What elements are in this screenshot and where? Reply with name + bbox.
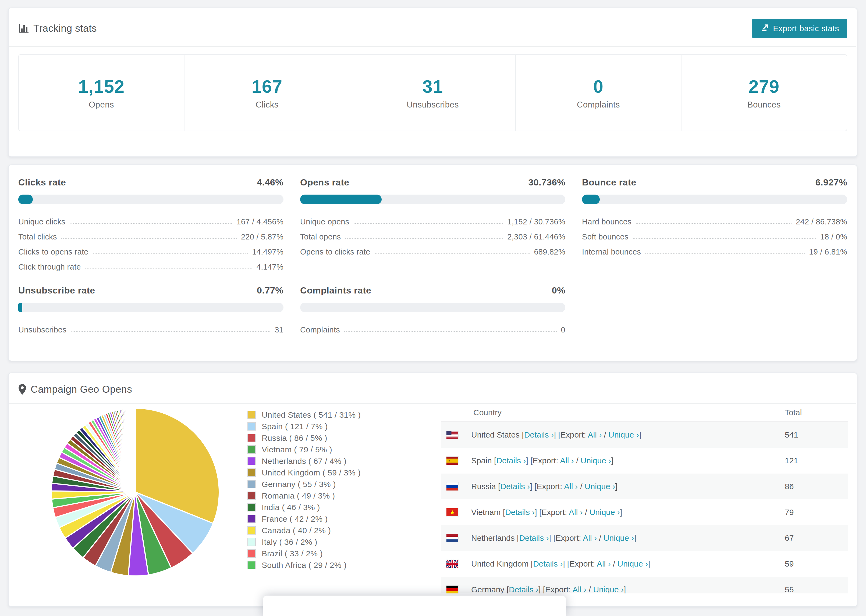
pie-slice-61[interactable] [135, 408, 135, 492]
pie-legend: United States ( 541 / 31% )Spain ( 121 /… [247, 409, 361, 571]
details-link[interactable]: Details › [524, 430, 554, 439]
legend-swatch [247, 561, 256, 569]
table-row-united-states: United States [Details ›] [Export: All ›… [441, 422, 848, 448]
export-unique-link[interactable]: Unique › [581, 456, 611, 465]
rate-head: Clicks rate4.46% [18, 177, 283, 188]
summary-label: Clicks [255, 100, 279, 110]
export-all-link[interactable]: All › [569, 508, 583, 517]
legend-swatch [247, 445, 256, 454]
rate-progress-fill [582, 195, 600, 204]
legend-item-netherlands[interactable]: Netherlands ( 67 / 4% ) [247, 455, 361, 467]
legend-item-brazil[interactable]: Brazil ( 33 / 2% ) [247, 548, 361, 559]
export-unique-link[interactable]: Unique › [608, 430, 639, 439]
geo-body: United States ( 541 / 31% )Spain ( 121 /… [9, 404, 857, 593]
geo-pie-chart[interactable] [49, 406, 222, 578]
country-text: Spain [Details ›] [Export: All › / Uniqu… [471, 456, 614, 465]
rates-card: Clicks rate4.46%Unique clicks167 / 4.456… [8, 165, 857, 361]
export-unique-link[interactable]: Unique › [593, 585, 624, 593]
dotted-leader [354, 223, 503, 224]
bracket-text: / [578, 482, 585, 491]
legend-item-united-states[interactable]: United States ( 541 / 31% ) [247, 409, 361, 421]
bracket-text: [ [496, 482, 501, 491]
legend-item-france[interactable]: France ( 42 / 2% ) [247, 513, 361, 525]
country-name: Vietnam [471, 508, 501, 517]
rates-grid: Clicks rate4.46%Unique clicks167 / 4.456… [9, 165, 857, 348]
export-all-link[interactable]: All › [564, 482, 578, 491]
export-all-link[interactable]: All › [573, 585, 587, 593]
export-all-link[interactable]: All › [560, 456, 574, 465]
rate-progress-fill [300, 195, 382, 204]
legend-item-spain[interactable]: Spain ( 121 / 7% ) [247, 421, 361, 432]
stat-line-label: Unique clicks [18, 217, 65, 228]
country-cell: Germany [Details ›] [Export: All › / Uni… [446, 585, 785, 593]
legend-swatch [247, 503, 256, 511]
bracket-text: ] [648, 559, 650, 568]
table-row-united-kingdom: United Kingdom [Details ›] [Export: All … [441, 551, 848, 577]
column-header-total: Total [785, 408, 848, 417]
legend-item-russia[interactable]: Russia ( 86 / 5% ) [247, 432, 361, 444]
stat-line-clicks-to-opens-rate: Clicks to opens rate14.497% [18, 243, 283, 258]
stat-line-label: Hard bounces [582, 217, 631, 228]
export-unique-link[interactable]: Unique › [589, 508, 620, 517]
rate-progress-bar [18, 303, 283, 312]
summary-cell-opens: 1,152Opens [19, 55, 184, 130]
legend-label: France ( 42 / 2% ) [262, 514, 328, 523]
stat-line-label: Unique opens [300, 217, 350, 228]
details-link[interactable]: Details › [500, 482, 530, 491]
details-link[interactable]: Details › [509, 585, 538, 593]
legend-item-south-africa[interactable]: South Africa ( 29 / 2% ) [247, 559, 361, 571]
bracket-text: ] [611, 456, 613, 465]
rate-value: 0% [552, 285, 565, 295]
export-unique-link[interactable]: Unique › [585, 482, 615, 491]
legend-item-vietnam[interactable]: Vietnam ( 79 / 5% ) [247, 444, 361, 455]
legend-item-canada[interactable]: Canada ( 40 / 2% ) [247, 525, 361, 536]
rate-lines: Unsubscribes31 [18, 321, 283, 336]
details-link[interactable]: Details › [533, 559, 563, 568]
legend-item-germany[interactable]: Germany ( 55 / 3% ) [247, 478, 361, 490]
details-link[interactable]: Details › [505, 508, 535, 517]
stat-line-label: Soft bounces [582, 233, 628, 243]
legend-item-italy[interactable]: Italy ( 36 / 2% ) [247, 536, 361, 548]
stat-line-value: 242 / 86.738% [796, 217, 847, 228]
legend-label: Netherlands ( 67 / 4% ) [262, 457, 346, 466]
legend-item-india[interactable]: India ( 46 / 3% ) [247, 501, 361, 513]
export-all-link[interactable]: All › [588, 430, 602, 439]
legend-item-romania[interactable]: Romania ( 49 / 3% ) [247, 490, 361, 501]
export-all-link[interactable]: All › [597, 559, 611, 568]
bracket-text: [ [515, 533, 519, 542]
summary-value: 167 [252, 76, 283, 97]
rate-block-opens-rate: Opens rate30.736%Unique opens1,152 / 30.… [300, 177, 565, 273]
rate-block-clicks-rate: Clicks rate4.46%Unique clicks167 / 4.456… [18, 177, 283, 273]
export-unique-link[interactable]: Unique › [617, 559, 648, 568]
legend-label: Russia ( 86 / 5% ) [262, 434, 327, 443]
details-link[interactable]: Details › [496, 456, 526, 465]
export-all-link[interactable]: All › [583, 533, 597, 542]
dotted-leader [375, 253, 530, 254]
legend-swatch [247, 457, 256, 465]
page: Tracking stats Export basic stats 1,152O… [0, 0, 866, 616]
flag-icon-ru [446, 482, 458, 490]
table-row-netherlands: Netherlands [Details ›] [Export: All › /… [441, 525, 848, 551]
stat-line-value: 689.82% [534, 248, 565, 258]
rate-progress-bar [18, 195, 283, 204]
bracket-text: ] [Export: [538, 585, 573, 593]
total-value: 79 [785, 508, 848, 517]
dotted-leader [633, 238, 816, 239]
stat-line-label: Total clicks [18, 233, 57, 243]
country-name: United States [471, 430, 520, 439]
export-icon [760, 23, 769, 34]
legend-label: South Africa ( 29 / 2% ) [262, 561, 347, 570]
stat-line-value: 31 [275, 325, 283, 336]
export-unique-link[interactable]: Unique › [603, 533, 634, 542]
bracket-text: ] [Export: [549, 533, 583, 542]
stat-line-total-clicks: Total clicks220 / 5.87% [18, 228, 283, 243]
export-basic-stats-button[interactable]: Export basic stats [752, 19, 847, 38]
bracket-text: [ [529, 559, 533, 568]
stat-line-value: 0 [561, 325, 565, 336]
details-link[interactable]: Details › [519, 533, 549, 542]
country-name: Germany [471, 585, 504, 593]
legend-item-united-kingdom[interactable]: United Kingdom ( 59 / 3% ) [247, 467, 361, 478]
country-name: Spain [471, 456, 492, 465]
summary-label: Bounces [747, 100, 781, 110]
bracket-text: ] [Export: [530, 482, 564, 491]
